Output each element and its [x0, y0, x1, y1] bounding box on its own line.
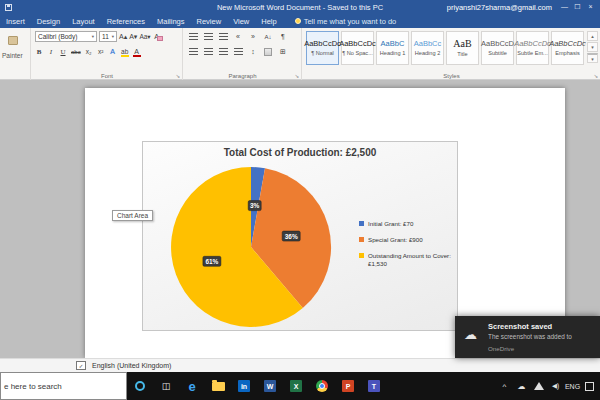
- format-painter-icon[interactable]: [8, 36, 18, 45]
- gallery-down-icon[interactable]: ▾: [587, 42, 598, 52]
- volume-icon[interactable]: ◀): [547, 372, 564, 400]
- bullet-list-icon: [189, 33, 198, 40]
- font-group-label: Font: [32, 73, 182, 79]
- action-center-icon[interactable]: [581, 372, 598, 400]
- tab-mailings[interactable]: Mailings: [151, 14, 191, 28]
- font-size-select[interactable]: 11 ▾: [99, 31, 117, 42]
- tray-chevron-up-icon[interactable]: ^: [496, 372, 513, 400]
- task-view-button[interactable]: ◫: [153, 372, 179, 400]
- clear-formatting-button[interactable]: A: [153, 31, 161, 42]
- language-indicator[interactable]: ENG: [564, 372, 581, 400]
- title-bar: New Microsoft Word Document - Saved to t…: [0, 0, 600, 14]
- tab-help[interactable]: Help: [255, 14, 282, 28]
- style-normal[interactable]: AaBbCcDc ¶ Normal: [306, 31, 339, 65]
- styles-dialog-launcher-icon[interactable]: ↘: [593, 73, 598, 79]
- gallery-up-icon[interactable]: ▴: [587, 31, 598, 41]
- taskbar-search-box[interactable]: e here to search: [0, 372, 127, 400]
- chart-title: Total Cost of Production: £2,500: [143, 147, 457, 158]
- style-heading-2[interactable]: AaBbCc Heading 2: [411, 31, 444, 65]
- italic-button[interactable]: I: [47, 46, 55, 57]
- font-dialog-launcher-icon[interactable]: ↘: [175, 73, 180, 79]
- pie-chart[interactable]: 3%36%61%: [157, 162, 347, 332]
- tab-layout[interactable]: Layout: [66, 14, 101, 28]
- linkedin-icon: in: [238, 380, 250, 392]
- style-no-spacing[interactable]: AaBbCcDc ¶ No Spac...: [341, 31, 374, 65]
- desktop-screen: New Microsoft Word Document - Saved to t…: [0, 0, 600, 400]
- align-right-button[interactable]: [217, 46, 229, 57]
- close-button[interactable]: ×: [584, 3, 597, 11]
- font-name-select[interactable]: Calibri (Body) ▾: [35, 31, 97, 42]
- style-heading-1[interactable]: AaBbC Heading 1: [376, 31, 409, 65]
- language-status[interactable]: English (United Kingdom): [92, 362, 171, 369]
- grow-font-button[interactable]: A▴: [119, 31, 127, 42]
- format-painter-label[interactable]: Painter: [2, 52, 23, 59]
- teams-icon: T: [368, 380, 380, 392]
- gallery-more-icon[interactable]: ▾: [587, 53, 598, 63]
- chrome-icon: [316, 380, 328, 392]
- tab-view[interactable]: View: [227, 14, 255, 28]
- line-spacing-button[interactable]: ↕: [247, 46, 259, 57]
- maximize-button[interactable]: ☐: [571, 3, 584, 11]
- numbering-button[interactable]: [202, 31, 214, 42]
- powerpoint-button[interactable]: P: [335, 372, 361, 400]
- legend-swatch-blue: [359, 221, 364, 226]
- style-title[interactable]: AaB Title: [446, 31, 479, 65]
- pie-percent-label: 36%: [282, 231, 300, 241]
- paragraph-dialog-launcher-icon[interactable]: ↘: [294, 73, 299, 79]
- word-button[interactable]: W: [257, 372, 283, 400]
- text-effects-button[interactable]: A: [109, 46, 117, 57]
- style-subtle-emphasis[interactable]: AaBbCcDc Subtle Em...: [516, 31, 549, 65]
- linkedin-button[interactable]: in: [231, 372, 257, 400]
- font-color-button[interactable]: A: [133, 46, 141, 57]
- numbered-list-icon: [204, 33, 213, 40]
- file-explorer-button[interactable]: [205, 372, 231, 400]
- teams-button[interactable]: T: [361, 372, 387, 400]
- align-center-icon: [204, 48, 213, 55]
- shading-button[interactable]: [262, 46, 274, 57]
- chart-object[interactable]: Total Cost of Production: £2,500 3%36%61…: [142, 141, 458, 331]
- excel-button[interactable]: X: [283, 372, 309, 400]
- show-paragraph-marks-button[interactable]: ¶: [277, 31, 289, 42]
- underline-button[interactable]: U: [59, 46, 67, 57]
- tray-onedrive-icon[interactable]: ☁: [513, 372, 530, 400]
- tell-me-box[interactable]: Tell me what you want to do: [295, 17, 397, 26]
- style-emphasis[interactable]: AaBbCcDc Emphasis: [551, 31, 584, 65]
- tab-review[interactable]: Review: [191, 14, 228, 28]
- change-case-button[interactable]: Aa▾: [139, 31, 150, 42]
- style-subtitle[interactable]: AaBbCcD Subtitle: [481, 31, 514, 65]
- file-explorer-icon: [212, 382, 225, 391]
- cortana-button[interactable]: [127, 372, 153, 400]
- strikethrough-button[interactable]: abc: [71, 46, 81, 57]
- account-email[interactable]: priyanshi27sharma@gmail.com: [447, 3, 552, 12]
- proofing-icon[interactable]: ✓: [76, 361, 86, 370]
- tab-insert[interactable]: Insert: [0, 14, 31, 28]
- edge-icon[interactable]: e: [179, 372, 205, 400]
- bullets-button[interactable]: [187, 31, 199, 42]
- shrink-font-button[interactable]: A▾: [129, 31, 137, 42]
- tab-design[interactable]: Design: [31, 14, 66, 28]
- align-left-button[interactable]: [187, 46, 199, 57]
- align-center-button[interactable]: [202, 46, 214, 57]
- chrome-button[interactable]: [309, 372, 335, 400]
- status-bar: ✓ English (United Kingdom): [0, 358, 600, 372]
- multilevel-list-button[interactable]: [217, 31, 229, 42]
- notification-toast[interactable]: ☁ Screenshot saved The screenshot was ad…: [455, 316, 600, 358]
- justify-button[interactable]: [232, 46, 244, 57]
- decrease-indent-button[interactable]: «: [232, 31, 244, 42]
- chart-area-tooltip: Chart Area: [112, 210, 153, 221]
- chart-legend: Initial Grant: £70 Special Grant: £900 O…: [359, 220, 457, 268]
- highlight-color-button[interactable]: ab: [121, 46, 129, 57]
- minimize-button[interactable]: —: [558, 3, 571, 11]
- tab-references[interactable]: References: [101, 14, 151, 28]
- increase-indent-button[interactable]: »: [247, 31, 259, 42]
- superscript-button[interactable]: x²: [97, 46, 105, 57]
- sort-button[interactable]: A↓: [262, 31, 274, 42]
- subscript-button[interactable]: x₂: [85, 46, 93, 57]
- legend-swatch-yellow: [359, 253, 364, 258]
- ribbon: Painter Calibri (Body) ▾ 11 ▾ A▴ A▾ Aa▾ …: [0, 28, 600, 80]
- justify-icon: [234, 48, 243, 55]
- wifi-icon[interactable]: [530, 372, 547, 400]
- styles-gallery-scroll: ▴ ▾ ▾: [587, 31, 598, 63]
- borders-button[interactable]: ⊞: [277, 46, 289, 57]
- bold-button[interactable]: B: [35, 46, 43, 57]
